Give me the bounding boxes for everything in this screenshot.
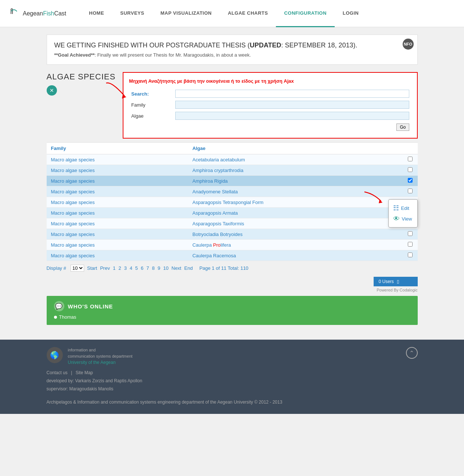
family-cell: Macro algae species [47,218,188,229]
users-count: 0 Users [379,279,394,284]
whos-online-section: 💬 WHO'S ONLINE Thomas [47,296,418,325]
page-7[interactable]: 7 [147,265,149,271]
table-row: Macro algae speciesAmphiroa Rigida [47,176,418,186]
page-next[interactable]: Next [172,265,181,271]
family-link[interactable]: Macro algae species [51,210,95,216]
page-10[interactable]: 10 [163,265,168,271]
row-checkbox[interactable] [408,157,413,161]
family-link[interactable]: Macro algae species [51,189,95,194]
display-select[interactable]: 10 25 50 [71,265,84,272]
family-link[interactable]: Macro algae species [51,168,95,173]
algae-input[interactable] [175,112,409,120]
popup-tooltip: ☷ Edit 👁 View [388,199,418,228]
family-link[interactable]: Macro algae species [51,157,95,162]
table-row: Macro algae speciesAmphiroa cryptarthrod… [47,165,418,176]
edit-label: Edit [401,205,409,211]
nav-surveys[interactable]: SURVEYS [112,0,152,27]
family-cell: Macro algae species [47,208,188,218]
family-link[interactable]: Macro algae species [51,178,95,184]
table-row: Macro algae speciesAcetabularia acetabul… [47,154,418,165]
nav-configuration[interactable]: CONFIGURATION [276,0,334,27]
page-6[interactable]: 6 [141,265,143,271]
family-cell: Macro algae species [47,176,188,186]
close-button[interactable] [47,85,57,96]
family-input[interactable] [175,101,409,109]
col-family: Family [47,143,188,154]
nav-home[interactable]: HOME [81,0,112,27]
check-cell [403,250,418,261]
pagination-bar: Display # 10 25 50 Start Prev 1 2 3 4 5 … [47,261,418,275]
algae-link[interactable]: Asparagopsis Taxiformis [193,221,244,226]
view-popup-item[interactable]: 👁 View [393,214,413,224]
contact-link[interactable]: Contact us [47,370,68,375]
users-badge: 0 Users ▯ [374,277,418,286]
search-box: Μηχανή Αναζήτησης με βάση την οικογένεια… [123,72,417,139]
nav-algae-charts[interactable]: ALGAE CHARTS [220,0,276,27]
page-4[interactable]: 4 [130,265,132,271]
footer-links: Contact us | Site Map [47,370,283,375]
family-cell: Macro algae species [47,186,188,197]
info-button[interactable]: NFO [403,39,414,50]
algae-cell: Caulerpa Racemosa [188,250,403,261]
page-1[interactable]: 1 [113,265,115,271]
algae-link[interactable]: Anadyomene Stellata [193,189,238,194]
nav-login[interactable]: LOGIN [335,0,367,27]
sitemap-link[interactable]: Site Map [76,370,93,375]
row-checkbox[interactable] [408,189,413,193]
go-button[interactable]: Go [396,124,409,131]
row-checkbox[interactable] [408,167,413,172]
view-label: View [402,216,412,222]
check-cell [403,176,418,186]
family-label: Family [129,99,173,110]
powered-by: Powered By Codalogic [377,288,417,292]
brand-logo[interactable]: AegeanFishCast [7,6,66,21]
algae-link[interactable]: Amphiroa cryptarthrodia [193,168,244,173]
updated-label: UPDATED [250,42,281,49]
whos-online-header: 💬 WHO'S ONLINE [54,301,410,311]
family-cell: Macro algae species [47,240,188,250]
page-5[interactable]: 5 [135,265,138,271]
family-link[interactable]: Macro algae species [51,253,95,258]
algae-cell: Asparagopsis Armata [188,208,403,218]
edit-popup-item[interactable]: ☷ Edit [393,203,413,214]
family-link[interactable]: Macro algae species [51,232,95,237]
algae-label: Algae [129,110,173,121]
page-end[interactable]: End [184,265,193,271]
algae-link[interactable]: Asparagopsis Armata [193,210,238,216]
footer: 🌎 information and communication systems … [0,340,464,414]
page-9[interactable]: 9 [158,265,160,271]
algae-link[interactable]: Botryocladia Botryoides [193,232,243,237]
page-prev[interactable]: Prev [100,265,110,271]
search-label: Search: [129,88,173,99]
row-checkbox[interactable] [408,242,413,247]
brand-name: AegeanFishCast [23,10,66,17]
algae-link[interactable]: Caulerpa Prolifera [193,242,231,248]
algae-link[interactable]: Acetabularia acetabulum [193,157,245,162]
page-8[interactable]: 8 [152,265,155,271]
algae-cell: Amphiroa cryptarthrodia [188,165,403,176]
whos-online-title: WHO'S ONLINE [68,303,113,309]
row-checkbox[interactable] [408,253,413,257]
algae-link[interactable]: Asparagopsis Tetraspongial Form [193,200,263,205]
family-link[interactable]: Macro algae species [51,221,95,226]
algae-cell: Amphiroa Rigida [188,176,403,186]
back-to-top-button[interactable]: ⌃ [406,347,418,359]
row-checkbox[interactable] [408,178,413,183]
brand-icon [7,6,21,21]
edit-icon: ☷ [393,204,399,212]
table-row: Macro algae speciesAsparagopsis Tetraspo… [47,197,418,208]
search-input[interactable] [175,90,409,98]
row-checkbox[interactable] [408,231,413,236]
table-row: Macro algae speciesCaulerpa Prolifera [47,240,418,250]
page-start[interactable]: Start [87,265,97,271]
table-row: Macro algae speciesAsparagopsis Taxiform… [47,218,418,229]
family-cell: Macro algae species [47,154,188,165]
algae-link[interactable]: Amphiroa Rigida [193,178,228,184]
page-3[interactable]: 3 [124,265,127,271]
nav-map-visualization[interactable]: MAP VISUALIZATION [152,0,220,27]
algae-cell: Caulerpa Prolifera [188,240,403,250]
page-2[interactable]: 2 [118,265,121,271]
family-link[interactable]: Macro algae species [51,200,95,205]
family-link[interactable]: Macro algae species [51,242,95,248]
algae-link[interactable]: Caulerpa Racemosa [193,253,236,258]
